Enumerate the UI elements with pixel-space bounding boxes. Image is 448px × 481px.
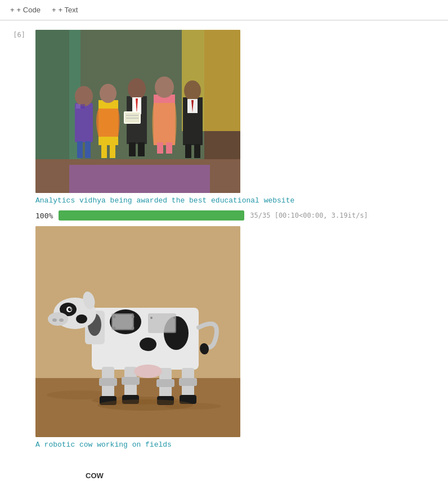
- bottom-cow-label: COW: [83, 470, 106, 481]
- svg-point-47: [132, 316, 135, 318]
- cell-6: [6]: [0, 26, 448, 455]
- svg-point-48: [113, 327, 116, 330]
- svg-rect-51: [149, 314, 175, 332]
- svg-point-60: [52, 318, 57, 322]
- caption-award: Analytics vidhya being awarded the best …: [35, 196, 443, 205]
- svg-rect-69: [99, 378, 117, 386]
- svg-point-61: [59, 318, 64, 322]
- svg-rect-72: [122, 377, 140, 385]
- svg-point-64: [70, 308, 71, 309]
- award-image: [35, 30, 240, 193]
- cow-image: [35, 226, 240, 437]
- progress-stats: 35/35 [00:10<00:00, 3.19it/s]: [250, 212, 368, 219]
- svg-point-79: [134, 365, 162, 378]
- add-text-label: + Text: [58, 6, 78, 14]
- progress-container: 100% 35/35 [00:10<00:00, 3.19it/s]: [35, 210, 443, 221]
- cell-counter-6: [6]: [0, 28, 31, 453]
- svg-rect-75: [156, 379, 174, 387]
- notebook-toolbar: + + Code + + Text: [0, 0, 448, 20]
- progress-bar-outer: [59, 210, 244, 221]
- caption-cow: A robotic cow working on fields: [35, 440, 443, 449]
- svg-rect-34: [35, 30, 240, 193]
- svg-point-53: [173, 317, 176, 319]
- svg-rect-78: [179, 378, 197, 386]
- svg-point-46: [113, 316, 116, 318]
- svg-point-52: [150, 317, 153, 319]
- plus-text-icon: +: [52, 6, 56, 14]
- add-text-button[interactable]: + + Text: [46, 3, 83, 16]
- svg-point-58: [76, 314, 87, 323]
- svg-point-63: [68, 308, 71, 311]
- cell-output-6: Analytics vidhya being awarded the best …: [31, 28, 448, 453]
- progress-percent: 100%: [35, 212, 53, 220]
- svg-point-43: [140, 338, 156, 351]
- svg-point-80: [97, 399, 193, 411]
- add-code-label: + Code: [17, 6, 41, 14]
- add-code-button[interactable]: + + Code: [5, 3, 46, 16]
- notebook-content: [6]: [0, 21, 448, 460]
- svg-point-59: [48, 312, 68, 326]
- plus-code-icon: +: [10, 6, 15, 14]
- progress-bar-inner: [59, 210, 244, 221]
- svg-point-49: [132, 327, 135, 330]
